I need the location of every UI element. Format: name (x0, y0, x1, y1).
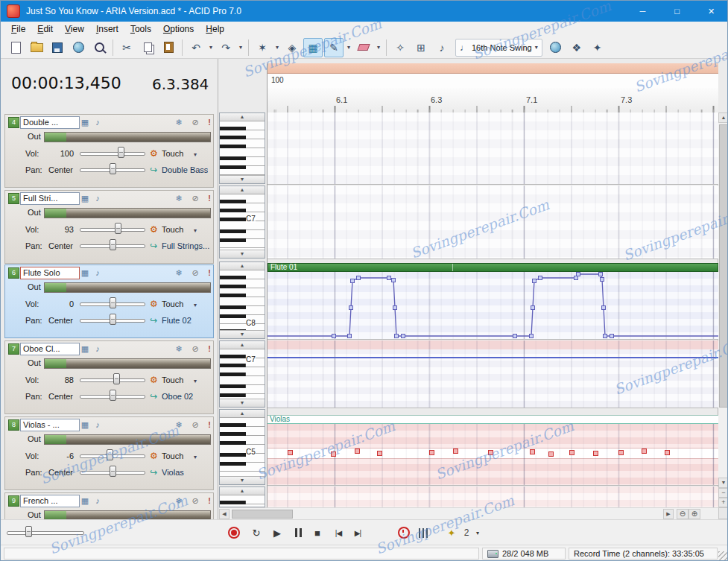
menu-help[interactable]: Help (200, 22, 230, 36)
scrollbar-up-button[interactable]: ▲ (718, 112, 728, 123)
bypass-icon[interactable]: ⊘ (189, 117, 202, 127)
freeze-icon[interactable]: ❄ (172, 343, 186, 354)
beat-ruler[interactable]: 6.1 6.3 7.1 7.3 (268, 88, 718, 113)
track-name-input[interactable]: Double ... (20, 116, 80, 129)
slider-thumb[interactable] (110, 314, 116, 325)
envelope-point[interactable] (531, 306, 535, 310)
event-tool-button[interactable]: ✦ (442, 524, 461, 542)
scroll-down-button[interactable]: ▼ (220, 175, 265, 183)
automation-mode[interactable]: Touch (162, 149, 183, 159)
erase-tool-dropdown[interactable]: ▾ (374, 39, 383, 57)
menu-file[interactable]: File (5, 22, 31, 36)
midi-note[interactable] (642, 449, 647, 454)
open-file-button[interactable] (27, 38, 46, 57)
piano-keyboard-segment[interactable]: ▲ ▼ (219, 262, 265, 339)
envelope-point[interactable] (513, 335, 517, 338)
mode-caret-icon[interactable]: ▾ (194, 227, 197, 234)
slider-thumb[interactable] (110, 466, 116, 477)
menu-edit[interactable]: Edit (31, 22, 59, 36)
slider-thumb[interactable] (115, 223, 121, 234)
route-icon[interactable]: ↪ (150, 468, 157, 478)
slider-thumb[interactable] (110, 390, 116, 401)
automation-mode[interactable]: Touch (162, 299, 183, 309)
volume-slider[interactable] (80, 297, 145, 309)
record-time-button[interactable] (394, 524, 414, 542)
route-icon[interactable]: ↪ (150, 392, 157, 402)
slider-thumb[interactable] (107, 449, 113, 460)
tempo-track-row[interactable]: 100 (268, 74, 718, 89)
alert-icon[interactable]: ! (203, 117, 216, 127)
volume-slider[interactable] (80, 373, 145, 385)
scrollbar-right-button[interactable]: ▶ (663, 509, 674, 519)
alert-icon[interactable]: ! (203, 267, 216, 278)
timeline-lane-violas[interactable] (268, 424, 718, 486)
tempo-slider[interactable] (7, 526, 84, 538)
undo-dropdown[interactable]: ▾ (206, 39, 215, 57)
track-midi-icon[interactable]: ♪ (91, 419, 104, 430)
track-header-full-strings[interactable]: 5 Full Stri... ▦ ♪ ❄ ⊘ ! Out Vol: 93 ⚙ T… (4, 190, 214, 264)
midi-note[interactable] (530, 449, 535, 454)
clip-header-flute[interactable]: Flute 01 (268, 263, 718, 272)
cut-button[interactable]: ✂ (117, 38, 136, 57)
alert-icon[interactable]: ! (203, 495, 216, 506)
go-to-start-button[interactable]: |◀ (329, 524, 348, 542)
freeze-icon[interactable]: ❄ (172, 267, 186, 278)
gear-icon[interactable]: ⚙ (150, 375, 158, 385)
gear-icon[interactable]: ⚙ (150, 225, 158, 235)
envelope-point[interactable] (402, 335, 405, 338)
scrollbar-thumb[interactable] (232, 510, 293, 519)
midi-note[interactable] (665, 450, 670, 455)
instrument-name[interactable]: Full Strings... (162, 241, 209, 251)
position-display[interactable]: 6.3.384 (152, 75, 209, 93)
track-name-input[interactable]: Oboe Cl... (20, 343, 80, 355)
scrollbar-left-button[interactable]: ◀ (219, 509, 230, 519)
bypass-icon[interactable]: ⊘ (189, 193, 202, 203)
record-button[interactable] (224, 524, 244, 542)
undo-button[interactable]: ↶ (186, 38, 206, 57)
mode-caret-icon[interactable]: ▾ (194, 378, 197, 384)
swing-dropdown[interactable]: ♩ 16th Note Swing ▾ (455, 39, 542, 57)
redo-dropdown[interactable]: ▾ (236, 39, 245, 57)
track-fx-icon[interactable]: ▦ (78, 267, 92, 278)
automation-mode[interactable]: Touch (162, 451, 183, 461)
envelope-point[interactable] (357, 276, 361, 280)
stop-button[interactable]: ■ (308, 524, 327, 542)
redo-button[interactable]: ↷ (216, 38, 235, 57)
resize-grip[interactable] (718, 551, 727, 560)
timeline-zoom-out-button[interactable]: ⊖ (677, 509, 689, 519)
mode-caret-icon[interactable]: ▾ (194, 302, 197, 308)
envelope-point[interactable] (577, 273, 580, 276)
timeline-lane-full-strings[interactable] (268, 186, 718, 259)
pencil-tool-dropdown[interactable]: ▾ (344, 39, 353, 57)
envelope-point[interactable] (392, 279, 396, 282)
track-header-violas[interactable]: 8 Violas - ... ▦ ♪ ❄ ⊘ ! Out Vol: -6 ⚙ T… (4, 416, 214, 490)
slider-thumb[interactable] (118, 147, 124, 158)
pause-button[interactable] (288, 524, 308, 542)
scrollbar-down-button[interactable]: ▼ (718, 478, 728, 488)
metronome-button[interactable]: ♪ (432, 38, 452, 57)
pan-tool-button[interactable]: ❖ (567, 38, 586, 57)
new-file-button[interactable] (6, 38, 25, 57)
scroll-down-button[interactable]: ▼ (220, 330, 265, 338)
piano-keyboard-segment[interactable]: ▲ (219, 486, 265, 507)
track-name-input[interactable]: French ... (20, 495, 80, 507)
bypass-icon[interactable]: ⊘ (189, 343, 202, 354)
zoom-tool-button[interactable] (89, 38, 109, 57)
menu-insert[interactable]: Insert (90, 22, 124, 36)
volume-slider[interactable] (80, 147, 145, 159)
route-icon[interactable]: ↪ (150, 165, 157, 175)
upload-button[interactable] (546, 38, 566, 57)
midi-note[interactable] (429, 450, 434, 455)
bypass-icon[interactable]: ⊘ (189, 495, 202, 506)
track-fx-icon[interactable]: ▦ (78, 193, 92, 203)
mode-caret-icon[interactable]: ▾ (194, 454, 197, 460)
envelope-point[interactable] (393, 306, 397, 310)
menu-options[interactable]: Options (157, 22, 200, 36)
loop-playback-button[interactable]: ↻ (247, 524, 266, 542)
timeline-lane-french[interactable] (268, 486, 718, 507)
scroll-down-button[interactable]: ▼ (220, 399, 265, 407)
route-icon[interactable]: ↪ (150, 316, 157, 326)
marker-bar[interactable] (268, 63, 718, 74)
track-header-double-bass[interactable]: 4 Double ... ▦ ♪ ❄ ⊘ ! Out Vol: 100 ⚙ To… (4, 114, 214, 188)
save-button[interactable] (48, 38, 67, 57)
